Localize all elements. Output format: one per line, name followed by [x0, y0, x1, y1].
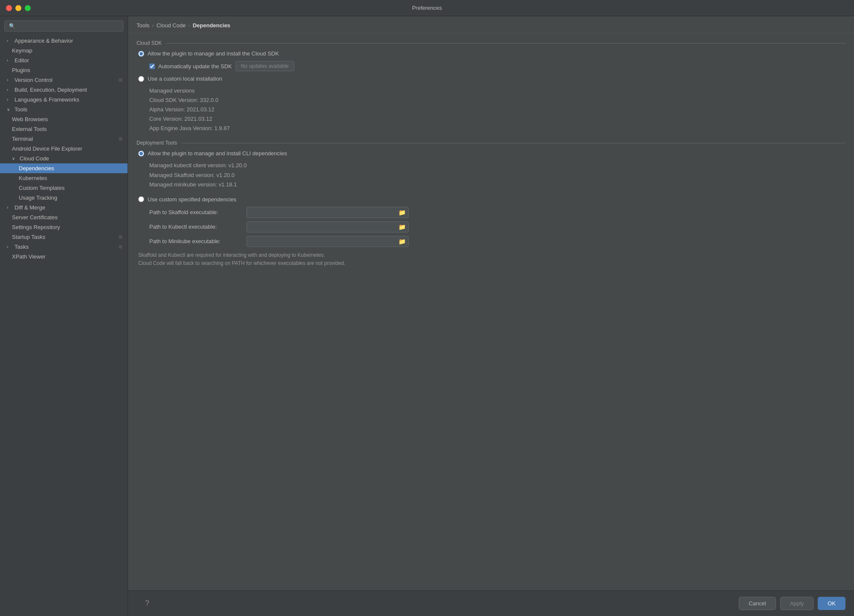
ok-button[interactable]: OK [818, 597, 845, 610]
sidebar-item-startup-tasks[interactable]: Startup Tasks ⊞ [0, 232, 128, 242]
sidebar-item-server-certificates[interactable]: Server Certificates [0, 212, 128, 222]
folder-icon: 📁 [398, 209, 406, 216]
sidebar-item-tasks[interactable]: › Tasks ⊞ [0, 242, 128, 252]
sidebar-item-languages[interactable]: › Languages & Frameworks [0, 95, 128, 105]
sidebar-item-editor[interactable]: › Editor [0, 55, 128, 65]
no-updates-button: No updates available [235, 61, 294, 71]
sidebar-item-diff-merge[interactable]: › Diff & Merge [0, 203, 128, 212]
nav-section: › Appearance & Behavior Keymap › Editor … [0, 35, 128, 262]
folder-icon: 📁 [398, 238, 406, 245]
managed-cli-block: Managed kubectl client version: v1.20.0 … [149, 161, 845, 189]
radio-manage-cli-label: Allow the plugin to manage and install C… [148, 150, 287, 157]
startup-tasks-icon: ⊞ [119, 234, 122, 240]
managed-versions-label: Managed versions [149, 86, 845, 96]
sidebar-item-build[interactable]: › Build, Execution, Deployment [0, 85, 128, 95]
breadcrumb-sep-2: › [188, 22, 190, 29]
version-control-icon: ⊞ [119, 77, 122, 83]
radio-custom-install[interactable] [138, 76, 144, 82]
chevron-right-icon: › [7, 58, 12, 63]
bottom-bar-inner: ? Cancel Apply OK [137, 597, 845, 610]
search-icon: 🔍 [9, 23, 15, 29]
checkbox-auto-update-label: Automatically update the SDK [158, 63, 232, 70]
radio-custom-deps[interactable] [138, 196, 144, 202]
breadcrumb-cloud-code: Cloud Code [157, 22, 186, 29]
breadcrumb: Tools › Cloud Code › Dependencies [128, 16, 854, 33]
cloud-sdk-section-header: Cloud SDK [137, 40, 845, 46]
help-icon[interactable]: ? [145, 599, 149, 608]
radio-manage-sdk[interactable] [138, 51, 144, 57]
chevron-right-icon: › [7, 244, 12, 249]
maximize-button[interactable] [25, 5, 31, 11]
radio-manage-sdk-label: Allow the plugin to manage and install t… [148, 50, 279, 57]
sidebar-item-plugins[interactable]: Plugins [0, 65, 128, 75]
window-title: Preferences [412, 5, 442, 11]
footer-note-line1: Skaffold and Kubectl are required for in… [138, 251, 845, 259]
breadcrumb-dependencies: Dependencies [193, 22, 230, 29]
sidebar-item-keymap[interactable]: Keymap [0, 46, 128, 55]
breadcrumb-sep-1: › [152, 22, 154, 29]
sidebar-item-custom-templates[interactable]: Custom Templates [0, 183, 128, 193]
cancel-button[interactable]: Cancel [739, 597, 776, 610]
path-skaffold-row: Path to Skaffold executable: 📁 [149, 207, 845, 218]
close-button[interactable] [6, 5, 12, 11]
radio-manage-sdk-row: Allow the plugin to manage and install t… [138, 50, 845, 57]
radio-manage-cli-row: Allow the plugin to manage and install C… [138, 150, 845, 157]
search-box[interactable]: 🔍 [4, 20, 123, 32]
managed-skaffold: Managed Skaffold version: v1.20.0 [149, 171, 845, 180]
sidebar-item-android[interactable]: Android Device File Explorer [0, 144, 128, 154]
radio-custom-deps-label: Use custom specified dependencies [148, 196, 236, 203]
sidebar: 🔍 › Appearance & Behavior Keymap › Edito… [0, 16, 128, 616]
radio-custom-install-row: Use a custom local installation [138, 76, 845, 82]
bottom-bar: ? Cancel Apply OK [128, 590, 854, 616]
managed-versions-block: Managed versions Cloud SDK Version: 332.… [149, 86, 845, 133]
content-area: Tools › Cloud Code › Dependencies Cloud … [128, 16, 854, 616]
path-minikube-row: Path to Minikube executable: 📁 [149, 236, 845, 247]
folder-icon: 📁 [398, 224, 406, 230]
sidebar-item-appearance[interactable]: › Appearance & Behavior [0, 36, 128, 46]
apply-button[interactable]: Apply [780, 597, 814, 610]
sidebar-item-terminal[interactable]: Terminal ⊞ [0, 134, 128, 144]
sidebar-item-version-control[interactable]: › Version Control ⊞ [0, 75, 128, 85]
managed-minikube: Managed minikube version: v1.18.1 [149, 180, 845, 189]
path-skaffold-input[interactable]: 📁 [247, 207, 409, 218]
sidebar-item-settings-repository[interactable]: Settings Repository [0, 222, 128, 232]
terminal-icon: ⊞ [119, 136, 122, 142]
radio-custom-deps-row: Use custom specified dependencies [138, 196, 845, 203]
radio-manage-cli[interactable] [138, 151, 144, 157]
tasks-icon: ⊞ [119, 244, 122, 250]
path-minikube-label: Path to Minikube executable: [149, 238, 243, 244]
sidebar-item-kubernetes[interactable]: Kubernetes [0, 173, 128, 183]
path-minikube-input[interactable]: 📁 [247, 236, 409, 247]
sidebar-item-tools[interactable]: ∨ Tools [0, 105, 128, 114]
main-layout: 🔍 › Appearance & Behavior Keymap › Edito… [0, 16, 854, 616]
sidebar-item-web-browsers[interactable]: Web Browsers [0, 114, 128, 124]
footer-note-line2: Cloud Code will fall back to searching o… [138, 259, 845, 267]
chevron-right-icon: › [7, 205, 12, 210]
breadcrumb-tools: Tools [137, 22, 149, 29]
managed-kubectl: Managed kubectl client version: v1.20.0 [149, 161, 845, 170]
sidebar-item-usage-tracking[interactable]: Usage Tracking [0, 193, 128, 203]
alpha-version: Alpha Version: 2021.03.12 [149, 105, 845, 114]
cloud-sdk-version: Cloud SDK Version: 332.0.0 [149, 96, 845, 105]
deployment-tools-label: Deployment Tools [137, 140, 177, 146]
checkbox-auto-update-row: Automatically update the SDK No updates … [149, 61, 845, 71]
deployment-tools-section-header: Deployment Tools [137, 140, 845, 146]
sidebar-item-cloud-code[interactable]: ∨ Cloud Code [0, 154, 128, 163]
cloud-sdk-label: Cloud SDK [137, 40, 162, 46]
footer-note: Skaffold and Kubectl are required for in… [138, 251, 845, 267]
path-kubectl-input[interactable]: 📁 [247, 221, 409, 232]
window-controls [6, 5, 31, 11]
sidebar-item-external-tools[interactable]: External Tools [0, 124, 128, 134]
minimize-button[interactable] [15, 5, 21, 11]
core-version: Core Version: 2021.03.12 [149, 114, 845, 124]
sidebar-item-xpath-viewer[interactable]: XPath Viewer [0, 252, 128, 262]
checkbox-auto-update[interactable] [149, 64, 155, 69]
chevron-down-icon: ∨ [12, 156, 17, 161]
chevron-down-icon: ∨ [7, 107, 12, 112]
path-skaffold-label: Path to Skaffold executable: [149, 209, 243, 215]
path-kubectl-row: Path to Kubectl executable: 📁 [149, 221, 845, 232]
search-input[interactable] [18, 23, 119, 29]
sidebar-item-dependencies[interactable]: Dependencies [0, 163, 128, 173]
chevron-right-icon: › [7, 97, 12, 102]
radio-custom-install-label: Use a custom local installation [148, 76, 222, 82]
